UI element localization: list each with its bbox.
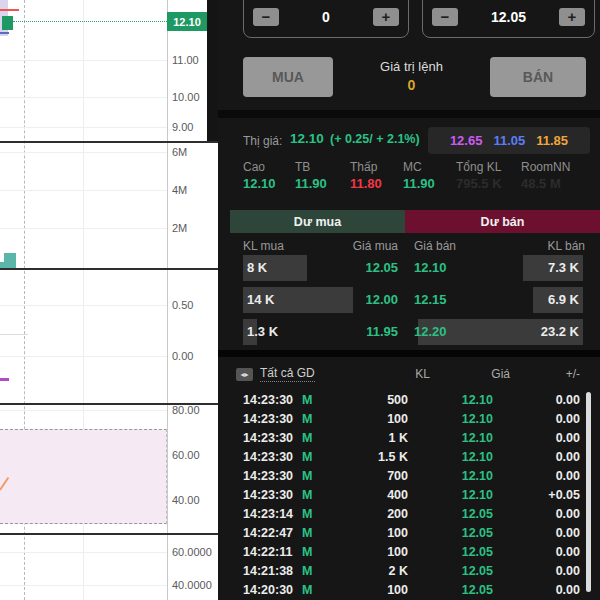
support-line bbox=[0, 32, 9, 34]
rsi-axis-tick[interactable]: 40.00 bbox=[172, 494, 200, 506]
stat-value-high: 12.10 bbox=[243, 176, 276, 191]
price-axis-tick[interactable]: 9.00 bbox=[172, 121, 193, 133]
trade-time: 14:23:14 bbox=[243, 505, 293, 524]
trade-time: 14:23:30 bbox=[243, 429, 293, 448]
volume-axis-tick[interactable]: 4M bbox=[172, 184, 187, 196]
bid-header[interactable]: Dư mua bbox=[230, 210, 405, 233]
quantity-minus-button[interactable]: − bbox=[253, 8, 279, 26]
stat-label-total-volume: Tổng KL bbox=[456, 160, 501, 174]
gridline bbox=[0, 60, 167, 61]
bid-volume[interactable]: 1.3 K bbox=[247, 319, 278, 345]
trade-change: 0.00 bbox=[518, 562, 580, 581]
price-axis-tick[interactable]: 11.00 bbox=[172, 54, 199, 66]
resistance-line bbox=[0, 9, 19, 11]
bid-volume[interactable]: 14 K bbox=[247, 287, 274, 313]
ceiling-floor-reference: 12.65 11.05 11.85 bbox=[428, 127, 590, 154]
candle bbox=[2, 16, 13, 30]
ask-volume[interactable]: 6.9 K bbox=[458, 287, 579, 313]
ask-price[interactable]: 12.15 bbox=[414, 287, 447, 313]
gridline bbox=[0, 552, 167, 553]
price-minus-button[interactable]: − bbox=[432, 8, 458, 26]
trade-change: 0.00 bbox=[518, 391, 580, 410]
panel-divider[interactable] bbox=[0, 268, 218, 270]
trade-side: M bbox=[302, 467, 312, 486]
last-price-label: 12.10 bbox=[167, 12, 207, 31]
reference-price: 11.85 bbox=[536, 133, 568, 148]
ask-price[interactable]: 12.20 bbox=[414, 319, 447, 345]
trade-change: 0.00 bbox=[518, 467, 580, 486]
column-trade-volume: KL bbox=[368, 367, 430, 381]
price-axis-tick[interactable]: 10.00 bbox=[172, 91, 200, 103]
panel-divider[interactable] bbox=[0, 141, 218, 143]
bottom-axis-tick[interactable]: 60.0000 bbox=[172, 546, 212, 558]
trade-volume: 400 bbox=[338, 486, 408, 505]
expand-columns-icon[interactable]: ◂▸ bbox=[236, 368, 253, 381]
sell-button[interactable]: BÁN bbox=[490, 57, 586, 97]
column-bid-price: Giá mua bbox=[318, 239, 398, 253]
trade-price: 12.05 bbox=[433, 505, 493, 524]
stat-value-total-volume: 795.5 K bbox=[456, 176, 502, 191]
bottom-axis-tick[interactable]: 40.0000 bbox=[172, 579, 212, 591]
stat-value-avg: 11.90 bbox=[295, 176, 327, 191]
quantity-plus-button[interactable]: + bbox=[373, 8, 399, 26]
stat-label-high: Cao bbox=[243, 160, 265, 174]
trade-side: M bbox=[302, 543, 312, 562]
gridline bbox=[0, 152, 167, 153]
trade-volume: 200 bbox=[338, 505, 408, 524]
stat-label-low: Thấp bbox=[350, 160, 377, 174]
trade-volume: 1 K bbox=[338, 429, 408, 448]
buy-button[interactable]: MUA bbox=[243, 57, 333, 97]
trade-time: 14:21:38 bbox=[243, 562, 293, 581]
trade-change: 0.00 bbox=[518, 448, 580, 467]
rsi-axis-tick[interactable]: 80.00 bbox=[172, 404, 200, 416]
trade-filter-dropdown[interactable]: Tất cả GD bbox=[260, 366, 315, 382]
chart-area[interactable]: 12.10 11.00 10.00 9.00 6M 4M 2M 0.50 0.0… bbox=[0, 0, 218, 600]
trade-side: M bbox=[302, 429, 312, 448]
zero-line-segment bbox=[0, 334, 28, 335]
oscillator-axis-tick[interactable]: 0.00 bbox=[172, 350, 193, 362]
bid-price[interactable]: 11.95 bbox=[318, 319, 398, 345]
stat-value-foreign-room: 48.5 M bbox=[521, 176, 561, 191]
ask-header[interactable]: Dư bán bbox=[405, 210, 600, 233]
section-divider bbox=[218, 110, 600, 118]
gridline bbox=[0, 228, 167, 229]
stat-value-low: 11.80 bbox=[350, 176, 382, 191]
trade-price: 12.10 bbox=[433, 391, 493, 410]
gridline bbox=[0, 97, 167, 98]
price-plus-button[interactable]: + bbox=[559, 8, 585, 26]
trades-scrollbar[interactable] bbox=[586, 392, 591, 592]
trade-side: M bbox=[302, 391, 312, 410]
market-price-label: Thị giá: bbox=[243, 134, 282, 148]
quantity-value[interactable]: 0 bbox=[284, 9, 368, 25]
stat-value-open: 11.90 bbox=[403, 176, 435, 191]
column-trade-price: Giá bbox=[448, 367, 510, 381]
stat-label-foreign-room: RoomNN bbox=[521, 160, 570, 174]
bid-price[interactable]: 12.00 bbox=[318, 287, 398, 313]
price-value[interactable]: 12.05 bbox=[463, 9, 554, 25]
ask-volume[interactable]: 7.3 K bbox=[458, 255, 579, 281]
bid-volume[interactable]: 8 K bbox=[247, 255, 267, 281]
oscillator-axis-tick[interactable]: 0.50 bbox=[172, 299, 193, 311]
price-axis-border bbox=[167, 0, 168, 600]
column-trade-change: +/- bbox=[518, 367, 580, 381]
trade-time: 14:22:11 bbox=[243, 543, 292, 562]
volume-axis-tick[interactable]: 6M bbox=[172, 146, 187, 158]
ask-price[interactable]: 12.10 bbox=[414, 255, 447, 281]
trading-app: 12.10 11.00 10.00 9.00 6M 4M 2M 0.50 0.0… bbox=[0, 0, 600, 600]
volume-bar bbox=[4, 253, 16, 268]
trade-side: M bbox=[302, 410, 312, 429]
panel-divider[interactable] bbox=[0, 533, 218, 535]
last-price-dotted-line bbox=[13, 21, 167, 22]
ask-volume[interactable]: 23.2 K bbox=[458, 319, 579, 345]
bid-price[interactable]: 12.05 bbox=[318, 255, 398, 281]
trade-price: 12.10 bbox=[433, 486, 493, 505]
volume-axis-tick[interactable]: 2M bbox=[172, 222, 187, 234]
gridline bbox=[0, 585, 167, 586]
trade-price: 12.10 bbox=[433, 448, 493, 467]
last-price: 12.10 bbox=[290, 131, 324, 146]
trade-volume: 100 bbox=[338, 524, 408, 543]
trade-time: 14:23:30 bbox=[243, 486, 293, 505]
trade-side: M bbox=[302, 486, 312, 505]
trade-price: 12.05 bbox=[433, 562, 493, 581]
rsi-axis-tick[interactable]: 60.00 bbox=[172, 449, 200, 461]
